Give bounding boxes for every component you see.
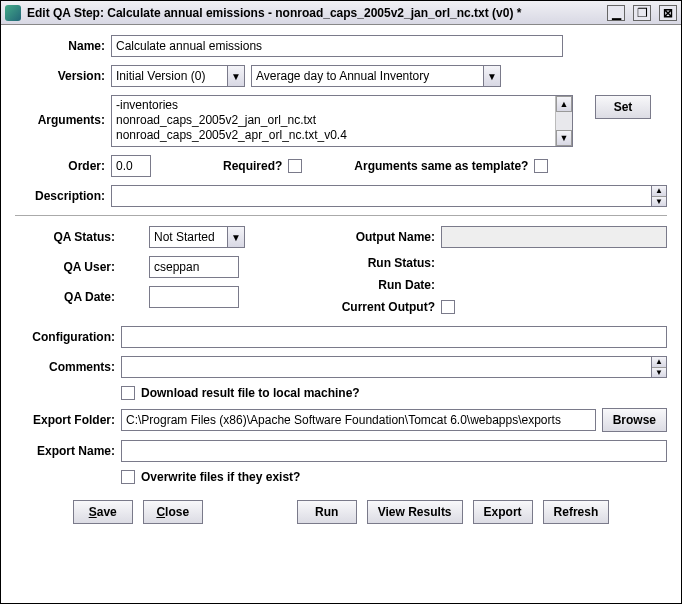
version-combo-input[interactable] xyxy=(111,65,227,87)
qa-status-combo[interactable]: ▼ xyxy=(149,226,245,248)
qa-status-label: QA Status: xyxy=(15,230,115,244)
comments-spinner[interactable]: ▲ ▼ xyxy=(651,356,667,378)
arguments-text[interactable]: -inventories nonroad_caps_2005v2_jan_orl… xyxy=(112,96,555,146)
minimize-button[interactable]: ▁ xyxy=(607,5,625,21)
button-bar: Save Close Run View Results Export Refre… xyxy=(15,492,667,530)
comments-input[interactable] xyxy=(121,356,651,378)
download-checkbox[interactable] xyxy=(121,386,135,400)
set-button[interactable]: Set xyxy=(595,95,651,119)
version-combo[interactable]: ▼ xyxy=(111,65,245,87)
program-combo-input[interactable] xyxy=(251,65,483,87)
overwrite-checkbox[interactable] xyxy=(121,470,135,484)
args-same-checkbox[interactable] xyxy=(534,159,548,173)
spinner-up-icon[interactable]: ▲ xyxy=(652,186,666,197)
description-input[interactable] xyxy=(111,185,651,207)
export-folder-label: Export Folder: xyxy=(15,413,115,427)
arguments-scrollbar[interactable]: ▲ ▼ xyxy=(555,96,572,146)
titlebar: Edit QA Step: Calculate annual emissions… xyxy=(1,1,681,25)
qa-date-input[interactable] xyxy=(149,286,239,308)
run-button[interactable]: Run xyxy=(297,500,357,524)
name-input[interactable] xyxy=(111,35,563,57)
save-button[interactable]: Save xyxy=(73,500,133,524)
program-combo[interactable]: ▼ xyxy=(251,65,501,87)
chevron-down-icon[interactable]: ▼ xyxy=(227,226,245,248)
scroll-down-icon[interactable]: ▼ xyxy=(556,130,572,146)
qa-status-input[interactable] xyxy=(149,226,227,248)
export-name-input[interactable] xyxy=(121,440,667,462)
qa-date-label: QA Date: xyxy=(15,290,115,304)
export-name-label: Export Name: xyxy=(15,444,115,458)
configuration-label: Configuration: xyxy=(15,330,115,344)
spinner-down-icon[interactable]: ▼ xyxy=(652,368,666,378)
current-output-label: Current Output? xyxy=(325,300,435,314)
spinner-up-icon[interactable]: ▲ xyxy=(652,357,666,368)
order-input[interactable] xyxy=(111,155,151,177)
output-name-input[interactable] xyxy=(441,226,667,248)
order-label: Order: xyxy=(15,159,105,173)
form-content: Name: Version: ▼ ▼ Arguments: -inventori… xyxy=(1,25,681,536)
download-label: Download result file to local machine? xyxy=(141,386,360,400)
args-same-label: Arguments same as template? xyxy=(354,159,528,173)
description-label: Description: xyxy=(15,189,105,203)
export-folder-input[interactable] xyxy=(121,409,596,431)
app-icon xyxy=(5,5,21,21)
comments-label: Comments: xyxy=(15,360,115,374)
window-title: Edit QA Step: Calculate annual emissions… xyxy=(27,6,599,20)
spinner-down-icon[interactable]: ▼ xyxy=(652,197,666,207)
view-results-button[interactable]: View Results xyxy=(367,500,463,524)
divider xyxy=(15,215,667,216)
scroll-up-icon[interactable]: ▲ xyxy=(556,96,572,112)
close-window-button[interactable]: ⊠ xyxy=(659,5,677,21)
version-label: Version: xyxy=(15,69,105,83)
overwrite-label: Overwrite files if they exist? xyxy=(141,470,300,484)
name-label: Name: xyxy=(15,39,105,53)
qa-user-input[interactable] xyxy=(149,256,239,278)
configuration-input[interactable] xyxy=(121,326,667,348)
required-label: Required? xyxy=(223,159,282,173)
arguments-label: Arguments: xyxy=(15,95,105,127)
run-date-label: Run Date: xyxy=(325,278,435,292)
qa-user-label: QA User: xyxy=(15,260,115,274)
chevron-down-icon[interactable]: ▼ xyxy=(483,65,501,87)
current-output-checkbox[interactable] xyxy=(441,300,455,314)
browse-button[interactable]: Browse xyxy=(602,408,667,432)
export-button[interactable]: Export xyxy=(473,500,533,524)
arguments-listbox[interactable]: -inventories nonroad_caps_2005v2_jan_orl… xyxy=(111,95,573,147)
description-spinner[interactable]: ▲ ▼ xyxy=(651,185,667,207)
refresh-button[interactable]: Refresh xyxy=(543,500,610,524)
chevron-down-icon[interactable]: ▼ xyxy=(227,65,245,87)
required-checkbox[interactable] xyxy=(288,159,302,173)
run-status-label: Run Status: xyxy=(325,256,435,270)
maximize-button[interactable]: ❐ xyxy=(633,5,651,21)
output-name-label: Output Name: xyxy=(325,230,435,244)
close-button[interactable]: Close xyxy=(143,500,203,524)
